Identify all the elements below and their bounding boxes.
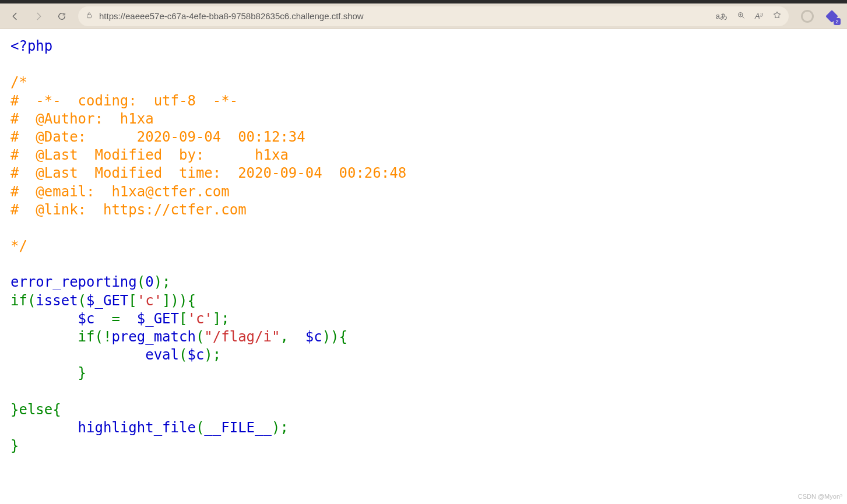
fn-error-reporting: error_reporting [10, 274, 137, 290]
svg-rect-0 [87, 15, 92, 17]
browser-toolbar: https://eaeee57e-c67a-4efe-bba8-9758b826… [0, 3, 847, 29]
read-aloud-icon[interactable]: A)) [755, 12, 763, 20]
watermark: CSDN @Myon⁵ [798, 493, 842, 501]
kw-else: else{ [19, 401, 61, 418]
fn-eval: eval [145, 347, 179, 363]
extension-icon[interactable]: 2 [821, 6, 842, 27]
toolbar-right: 2 [795, 6, 842, 27]
kw-if: if( [10, 292, 36, 309]
comment-block: /* # -*- coding: utf-8 -*- # @Author: h1… [10, 74, 406, 254]
forward-button[interactable] [28, 6, 49, 27]
fn-highlight-file: highlight_file [78, 420, 196, 436]
zoom-icon[interactable] [737, 11, 746, 22]
fn-preg-match: preg_match [111, 329, 196, 345]
refresh-button[interactable] [51, 6, 72, 27]
php-open-tag: <?php [10, 38, 52, 54]
back-button[interactable] [5, 6, 26, 27]
page-content: <?php /* # -*- coding: utf-8 -*- # @Auth… [0, 29, 847, 463]
favorite-icon[interactable] [772, 10, 782, 22]
address-bar[interactable]: https://eaeee57e-c67a-4efe-bba8-9758b826… [78, 6, 789, 26]
translate-icon[interactable]: aあ [716, 11, 727, 22]
var-c: $c [78, 311, 95, 327]
profile-icon[interactable] [797, 6, 818, 27]
addr-right-icons: aあ A)) [716, 10, 782, 22]
lock-icon [85, 11, 93, 22]
url-text: https://eaeee57e-c67a-4efe-bba8-9758b826… [99, 11, 710, 21]
